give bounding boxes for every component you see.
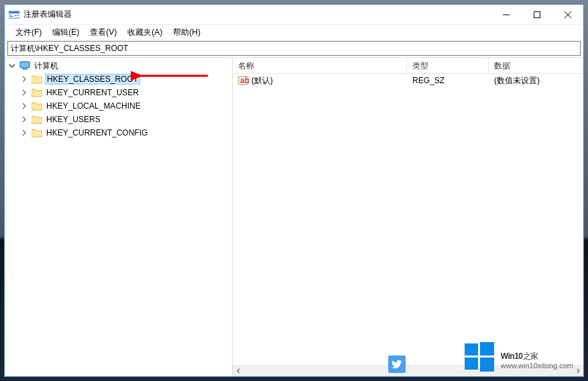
menu-edit[interactable]: 编辑(E)	[47, 25, 84, 40]
list-row[interactable]: ab (默认) REG_SZ (数值未设置)	[233, 74, 583, 87]
value-data: (数值未设置)	[489, 75, 583, 87]
chevron-right-icon[interactable]	[19, 128, 29, 138]
chevron-down-icon[interactable]	[7, 61, 17, 70]
minimize-button[interactable]	[491, 5, 522, 25]
folder-icon	[32, 101, 42, 111]
address-input[interactable]	[11, 44, 577, 53]
tree-item-label: HKEY_CLASSES_ROOT	[45, 74, 140, 85]
list-pane: 名称 类型 数据 ab (默认) REG_SZ	[233, 58, 583, 376]
folder-icon	[32, 115, 42, 124]
tree-item-hkcr[interactable]: HKEY_CLASSES_ROOT	[5, 72, 232, 86]
svg-rect-11	[21, 62, 29, 67]
svg-text:ab: ab	[240, 76, 249, 85]
menu-help[interactable]: 帮助(H)	[168, 25, 206, 40]
scroll-right-button[interactable]	[572, 366, 583, 377]
list-body[interactable]: ab (默认) REG_SZ (数值未设置)	[233, 74, 583, 365]
app-icon	[9, 9, 19, 20]
horizontal-scrollbar[interactable]	[233, 365, 583, 376]
tree-item-label: HKEY_USERS	[45, 115, 102, 124]
close-button[interactable]	[552, 5, 583, 25]
chevron-right-icon[interactable]	[19, 74, 29, 84]
menubar: 文件(F) 编辑(E) 查看(V) 收藏夹(A) 帮助(H)	[5, 25, 583, 40]
computer-icon	[19, 61, 30, 70]
chevron-right-icon[interactable]	[19, 101, 29, 111]
scroll-left-button[interactable]	[233, 366, 244, 377]
column-header-type[interactable]: 类型	[407, 58, 489, 73]
column-header-data[interactable]: 数据	[489, 58, 583, 73]
column-header-name[interactable]: 名称	[233, 58, 407, 73]
address-bar[interactable]	[7, 41, 581, 56]
tree-item-label: HKEY_CURRENT_USER	[45, 88, 140, 97]
folder-icon	[32, 88, 42, 97]
svg-rect-4	[15, 15, 16, 16]
list-header: 名称 类型 数据	[233, 58, 583, 74]
value-name: (默认)	[251, 75, 273, 87]
tree-item-hklm[interactable]: HKEY_LOCAL_MACHINE	[5, 99, 232, 113]
tree-item-hkcc[interactable]: HKEY_CURRENT_CONFIG	[5, 126, 232, 140]
chevron-right-icon[interactable]	[19, 88, 29, 97]
registry-editor-window: 注册表编辑器 文件(F) 编辑(E) 查看(V) 收藏夹(A) 帮助(H)	[4, 4, 584, 377]
menu-view[interactable]: 查看(V)	[84, 25, 122, 40]
scroll-track[interactable]	[244, 366, 572, 377]
svg-rect-12	[22, 68, 27, 70]
tree-item-hkcu[interactable]: HKEY_CURRENT_USER	[5, 86, 232, 99]
folder-icon	[32, 74, 42, 84]
menu-favorites[interactable]: 收藏夹(A)	[122, 25, 168, 40]
svg-rect-3	[10, 16, 13, 17]
value-type: REG_SZ	[407, 76, 489, 85]
svg-rect-2	[10, 15, 12, 15]
tree-root-computer[interactable]: 计算机	[5, 59, 232, 72]
maximize-button[interactable]	[522, 5, 552, 25]
chevron-right-icon[interactable]	[19, 115, 29, 124]
string-value-icon: ab	[238, 75, 249, 86]
tree-item-label: HKEY_CURRENT_CONFIG	[45, 128, 149, 138]
tree-item-label: HKEY_LOCAL_MACHINE	[45, 101, 142, 111]
content-area: 计算机 HKEY_CLASSES_ROOT HKEY_CURRENT_USER	[5, 57, 583, 376]
svg-rect-1	[9, 11, 19, 13]
tree-item-hku[interactable]: HKEY_USERS	[5, 113, 232, 126]
titlebar[interactable]: 注册表编辑器	[5, 5, 583, 25]
svg-rect-7	[534, 11, 540, 17]
window-title: 注册表编辑器	[23, 9, 491, 20]
folder-icon	[32, 128, 42, 138]
menu-file[interactable]: 文件(F)	[10, 25, 47, 40]
tree-pane[interactable]: 计算机 HKEY_CLASSES_ROOT HKEY_CURRENT_USER	[5, 58, 233, 376]
svg-rect-5	[17, 15, 18, 16]
tree-root-label: 计算机	[33, 60, 60, 72]
